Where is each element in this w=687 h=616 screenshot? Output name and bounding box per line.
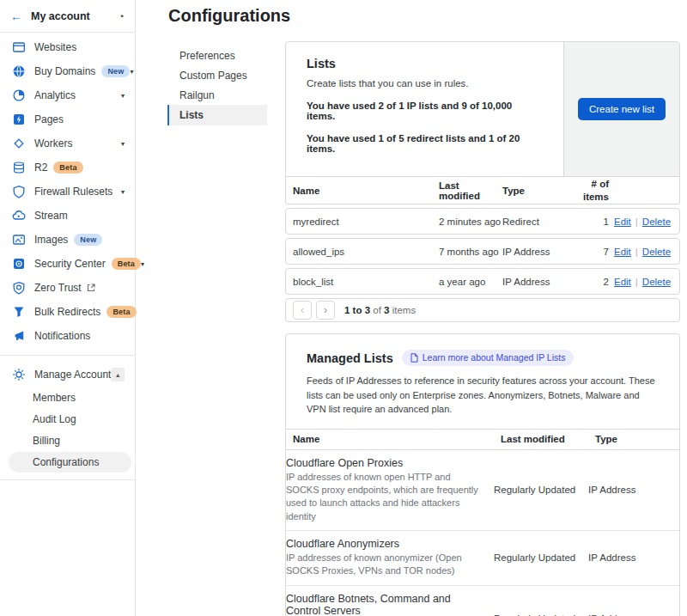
previous-page-button[interactable]: ‹ — [293, 301, 312, 320]
edit-link[interactable]: Edit — [614, 277, 631, 287]
collapse-section-button[interactable]: ▲ — [111, 368, 125, 381]
external-link-icon — [87, 284, 95, 292]
sidebar-item-label: Security Center — [34, 258, 106, 270]
managed-lists-panel: Managed Lists Learn more about Managed I… — [285, 333, 680, 616]
managed-list-name: Cloudflare Anonymizers — [286, 538, 483, 550]
beta-badge: Beta — [112, 258, 141, 270]
sidebar-item-label: Bulk Redirects — [34, 306, 100, 318]
sidebar-item-notifications[interactable]: Notifications — [0, 324, 135, 348]
chevron-down-icon: ▾ — [121, 140, 125, 148]
list-item-count: 1 — [576, 217, 614, 227]
learn-more-link[interactable]: Learn more about Managed IP Lists — [402, 350, 575, 366]
beta-badge: Beta — [106, 306, 136, 318]
pages-icon — [12, 113, 26, 126]
cloud-icon — [12, 209, 26, 223]
sidebar-item-members[interactable]: Members — [0, 387, 135, 408]
lists-card-description: Create lists that you can use in rules. — [307, 78, 543, 88]
tab-railgun[interactable]: Railgun — [167, 85, 267, 105]
chevron-right-icon: ‣ — [120, 12, 125, 21]
chevron-right-icon: › — [324, 304, 327, 316]
lists-card-title: Lists — [307, 57, 543, 70]
sidebar-item-stream[interactable]: Stream — [0, 204, 135, 228]
sidebar-item-analytics[interactable]: Analytics ▾ — [0, 83, 135, 107]
sidebar-item-label: Notifications — [34, 330, 90, 342]
sidebar-item-label: Workers — [34, 137, 72, 149]
sidebar-divider — [0, 355, 135, 356]
header-last-modified: Last modified — [439, 180, 502, 201]
sidebar-item-label: Pages — [34, 113, 64, 125]
page-title: Configurations — [168, 6, 290, 26]
sidebar-item-buy-domains[interactable]: Buy Domains New ▾ — [0, 59, 135, 83]
sidebar-item-workers[interactable]: Workers ▾ — [0, 131, 135, 156]
sub-item-label: Audit Log — [33, 413, 76, 425]
account-switcher[interactable]: ← My account ‣ — [0, 0, 135, 33]
list-name: block_list — [293, 277, 439, 287]
delete-link[interactable]: Delete — [642, 277, 671, 287]
managed-lists-title: Managed Lists — [307, 351, 393, 365]
header-type: Type — [595, 434, 672, 444]
lists-info-card: Lists Create lists that you can use in r… — [286, 42, 679, 177]
sidebar-item-label: R2 — [34, 162, 47, 174]
pagination: ‹ › 1 to 3 of 3 items — [285, 298, 680, 322]
sidebar-item-websites[interactable]: Websites — [0, 35, 135, 59]
sidebar-item-security-center[interactable]: Security Center Beta ▾ — [0, 252, 135, 276]
tab-preferences[interactable]: Preferences — [167, 46, 267, 65]
create-new-list-button[interactable]: Create new list — [578, 98, 666, 120]
chevron-down-icon: ▾ — [121, 188, 125, 196]
sidebar-item-manage-account[interactable]: Manage Account ▲ — [0, 363, 135, 387]
sub-item-label: Configurations — [33, 456, 99, 468]
lists-panel: Lists Create lists that you can use in r… — [285, 41, 680, 204]
sidebar-item-zero-trust[interactable]: Zero Trust — [0, 276, 135, 300]
edit-link[interactable]: Edit — [614, 217, 631, 227]
sidebar-item-pages[interactable]: Pages — [0, 107, 135, 131]
list-name: myredirect — [293, 217, 439, 227]
tab-custom-pages[interactable]: Custom Pages — [167, 65, 267, 85]
table-row: Cloudflare Anonymizers IP addresses of k… — [286, 531, 679, 586]
chevron-left-icon: ‹ — [301, 304, 304, 316]
sidebar-item-r2[interactable]: R2 Beta — [0, 156, 135, 180]
chevron-down-icon: ▾ — [121, 92, 125, 100]
next-page-button[interactable]: › — [316, 301, 335, 320]
sidebar-item-configurations[interactable]: Configurations — [9, 452, 131, 473]
managed-list-description: IP addresses of known open HTTP and SOCK… — [286, 471, 483, 524]
new-badge: New — [101, 65, 130, 77]
pie-chart-icon — [12, 88, 26, 102]
sidebar: ← My account ‣ Websites Buy Domains New … — [0, 0, 136, 616]
sidebar-item-label: Firewall Rulesets — [34, 186, 112, 198]
sidebar-item-label: Websites — [34, 41, 76, 53]
managed-list-type: IP Address — [588, 485, 679, 495]
link-separator: | — [635, 247, 638, 257]
tab-lists[interactable]: Lists — [167, 105, 267, 125]
table-row: block_list a year ago IP Address 2 Edit|… — [285, 268, 680, 295]
sidebar-item-billing[interactable]: Billing — [0, 430, 135, 451]
sidebar-item-firewall-rulesets[interactable]: Firewall Rulesets ▾ — [0, 180, 135, 204]
edit-link[interactable]: Edit — [614, 247, 631, 257]
sidebar-item-label: Stream — [34, 210, 68, 222]
sidebar-item-audit-log[interactable]: Audit Log — [0, 408, 135, 430]
list-modified: 7 months ago — [439, 247, 502, 257]
chevron-down-icon: ▾ — [141, 260, 144, 268]
list-name: allowed_ips — [293, 247, 439, 257]
config-subnav: Preferences Custom Pages Railgun Lists — [167, 46, 267, 125]
sidebar-item-bulk-redirects[interactable]: Bulk Redirects Beta — [0, 300, 135, 324]
sidebar-item-label: Buy Domains — [34, 65, 95, 77]
chevron-down-icon: ▾ — [130, 68, 133, 76]
browser-icon — [12, 40, 26, 54]
managed-list-modified: Regularly Updated — [494, 552, 588, 563]
link-separator: | — [635, 277, 638, 287]
zero-trust-shield-icon — [12, 281, 26, 295]
image-icon — [12, 233, 26, 247]
security-center-icon — [12, 257, 26, 271]
sidebar-item-images[interactable]: Images New — [0, 228, 135, 252]
sidebar-divider — [0, 479, 135, 480]
delete-link[interactable]: Delete — [642, 217, 671, 227]
new-badge: New — [74, 234, 102, 246]
managed-table-header: Name Last modified Type — [286, 429, 679, 450]
gear-icon — [12, 368, 26, 381]
globe-icon — [12, 64, 26, 78]
ip-lists-usage: You have used 2 of 1 IP lists and 9 of 1… — [307, 101, 543, 121]
sidebar-item-label: Zero Trust — [34, 282, 82, 294]
managed-lists-description: Feeds of IP Addresses to reference in se… — [286, 374, 679, 429]
back-arrow-icon[interactable]: ← — [10, 10, 22, 22]
delete-link[interactable]: Delete — [642, 247, 671, 257]
